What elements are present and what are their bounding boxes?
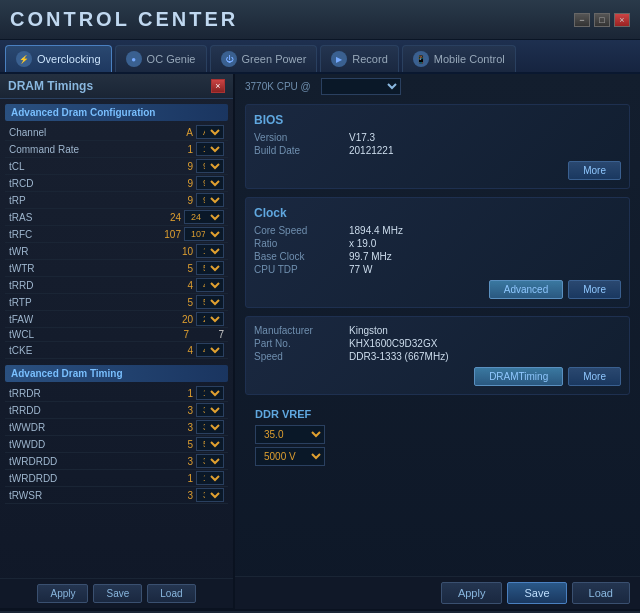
bios-version-key: Version (254, 132, 344, 143)
tcke-select[interactable]: 4 (196, 343, 224, 357)
cpu-tdp-val: 77 W (349, 264, 621, 275)
cpu-label: 3770K CPU @ (245, 81, 311, 92)
channel-select[interactable]: A (196, 125, 224, 139)
speed-key: Speed (254, 351, 344, 362)
trrdr-select[interactable]: 1 (196, 386, 224, 400)
info-sections: BIOS Version V17.3 Build Date 20121221 M… (235, 99, 640, 576)
timing-row-tras: tRAS 24 24 (5, 209, 228, 226)
tab-mobile-control[interactable]: 📱 Mobile Control (402, 45, 516, 72)
timing-row-trrdr: tRRDR 1 1 (5, 385, 228, 402)
clock-advanced-button[interactable]: Advanced (489, 280, 563, 299)
core-speed-key: Core Speed (254, 225, 344, 236)
clock-btn-row: Advanced More (254, 280, 621, 299)
dram-panel-header: DRAM Timings × (0, 74, 233, 99)
tras-select[interactable]: 24 (184, 210, 224, 224)
memory-more-button[interactable]: More (568, 367, 621, 386)
tab-overclocking[interactable]: ⚡ Overclocking (5, 45, 112, 72)
timing-row-trcd: tRCD 9 9 (5, 175, 228, 192)
manufacturer-val: Kingston (349, 325, 621, 336)
vref-select2[interactable]: 5000 V (255, 447, 325, 466)
timing-row-twrdrdd1: tWRDRDD 3 3 (5, 453, 228, 470)
title-bar: Control Center − □ × (0, 0, 640, 40)
dram-close-button[interactable]: × (211, 79, 225, 93)
right-bottom-bar: Apply Save Load (235, 576, 640, 609)
tcl-select[interactable]: 9 (196, 159, 224, 173)
cpu-info-bar: 3770K CPU @ (235, 74, 640, 99)
core-speed-val: 1894.4 MHz (349, 225, 621, 236)
advanced-config-header: Advanced Dram Configuration (5, 104, 228, 121)
twtr-select[interactable]: 5 (196, 261, 224, 275)
main-content: DRAM Timings × Advanced Dram Configurati… (0, 74, 640, 609)
base-clock-key: Base Clock (254, 251, 344, 262)
minimize-button[interactable]: − (574, 13, 590, 27)
vref-row2: 5000 V (255, 447, 620, 466)
bios-version-val: V17.3 (349, 132, 621, 143)
close-button[interactable]: × (614, 13, 630, 27)
cpu-tdp-key: CPU TDP (254, 264, 344, 275)
memory-block: Manufacturer Kingston Part No. KHX1600C9… (245, 316, 630, 395)
timing-row-tcl: tCL 9 9 (5, 158, 228, 175)
ratio-val: x 19.0 (349, 238, 621, 249)
timing-row-trrdd: tRRDD 3 3 (5, 402, 228, 419)
dram-timing-button[interactable]: DRAMTiming (474, 367, 563, 386)
timing-row-twwdr: tWWDR 3 3 (5, 419, 228, 436)
window-controls: − □ × (574, 13, 630, 27)
trp-select[interactable]: 9 (196, 193, 224, 207)
bios-title: BIOS (254, 113, 621, 127)
clock-block: Clock Core Speed 1894.4 MHz Ratio x 19.0… (245, 197, 630, 308)
vref-select1[interactable]: 35.0 (255, 425, 325, 444)
cpu-dropdown[interactable] (321, 78, 401, 95)
timing-row-trrd: tRRD 4 4 (5, 277, 228, 294)
bottom-bar: Apply Save Load msi PURE 6.0.0.5 (0, 609, 640, 613)
green-power-icon: ⏻ (221, 51, 237, 67)
base-clock-val: 99.7 MHz (349, 251, 621, 262)
trrdd-select[interactable]: 3 (196, 403, 224, 417)
right-apply-button[interactable]: Apply (441, 582, 503, 604)
right-panel: 3770K CPU @ BIOS Version V17.3 Build Dat… (235, 74, 640, 609)
timing-row-twcl: tWCL 7 7 (5, 328, 228, 342)
trwsr-select[interactable]: 3 (196, 488, 224, 502)
dram-apply-button[interactable]: Apply (37, 584, 88, 603)
twrdrdd1-select[interactable]: 3 (196, 454, 224, 468)
clock-title: Clock (254, 206, 621, 220)
oc-genie-icon: ● (126, 51, 142, 67)
command-rate-select[interactable]: 1 (196, 142, 224, 156)
record-icon: ▶ (331, 51, 347, 67)
dram-save-button[interactable]: Save (93, 584, 142, 603)
trtp-select[interactable]: 5 (196, 295, 224, 309)
trrd-select[interactable]: 4 (196, 278, 224, 292)
tab-green-power[interactable]: ⏻ Green Power (210, 45, 318, 72)
right-save-button[interactable]: Save (507, 582, 566, 604)
twwdd-select[interactable]: 5 (196, 437, 224, 451)
twrdrdd2-select[interactable]: 1 (196, 471, 224, 485)
bios-btn-row: More (254, 161, 621, 180)
speed-val: DDR3-1333 (667MHz) (349, 351, 621, 362)
twwdr-select[interactable]: 3 (196, 420, 224, 434)
clock-more-button[interactable]: More (568, 280, 621, 299)
bios-block: BIOS Version V17.3 Build Date 20121221 M… (245, 104, 630, 189)
tab-oc-genie[interactable]: ● OC Genie (115, 45, 207, 72)
memory-grid: Manufacturer Kingston Part No. KHX1600C9… (254, 325, 621, 362)
advanced-timing-header: Advanced Dram Timing (5, 365, 228, 382)
right-load-button[interactable]: Load (572, 582, 630, 604)
twr-select[interactable]: 10 (196, 244, 224, 258)
timing-row-twrdrdd2: tWRDRDD 1 1 (5, 470, 228, 487)
tab-record[interactable]: ▶ Record (320, 45, 398, 72)
tab-bar: ⚡ Overclocking ● OC Genie ⏻ Green Power … (0, 40, 640, 74)
trfc-select[interactable]: 107 (184, 227, 224, 241)
trcd-select[interactable]: 9 (196, 176, 224, 190)
timing-row-trtp: tRTP 5 5 (5, 294, 228, 311)
timing-row-twtr: tWTR 5 5 (5, 260, 228, 277)
app-title: Control Center (10, 8, 238, 31)
timing-row-channel: Channel A A (5, 124, 228, 141)
bios-more-button[interactable]: More (568, 161, 621, 180)
tfaw-select[interactable]: 20 (196, 312, 224, 326)
timing-row-command-rate: Command Rate 1 1 (5, 141, 228, 158)
ddr-vref-title: DDR VREF (255, 408, 620, 420)
dram-load-button[interactable]: Load (147, 584, 195, 603)
dram-timings-panel: DRAM Timings × Advanced Dram Configurati… (0, 74, 235, 609)
ddr-vref-section: DDR VREF 35.0 5000 V (245, 403, 630, 474)
timing-row-trp: tRP 9 9 (5, 192, 228, 209)
manufacturer-key: Manufacturer (254, 325, 344, 336)
maximize-button[interactable]: □ (594, 13, 610, 27)
